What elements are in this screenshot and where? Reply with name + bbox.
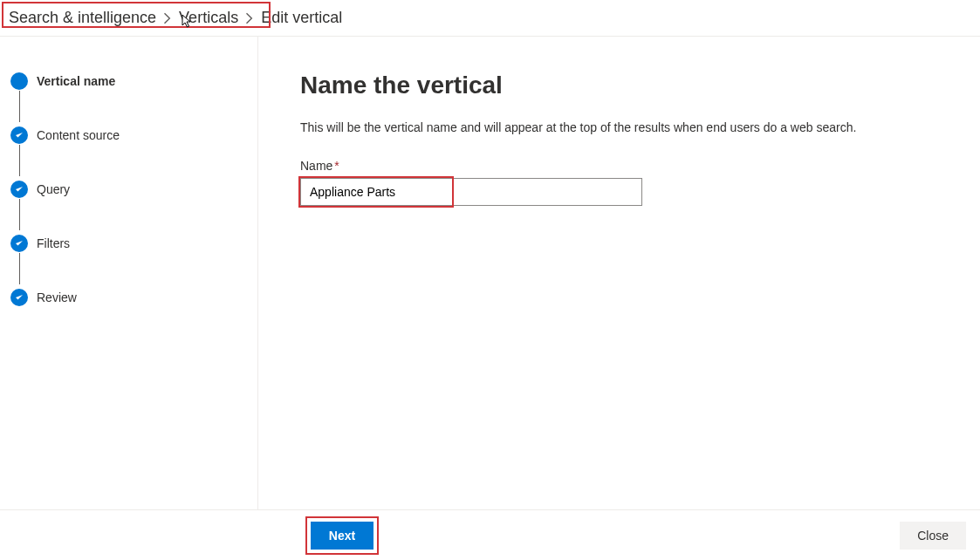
- breadcrumb-item-verticals[interactable]: Verticals: [179, 9, 238, 27]
- step-content-source[interactable]: Content source: [10, 126, 249, 145]
- step-label: Review: [37, 290, 77, 304]
- checkmark-icon: [10, 126, 28, 144]
- step-review[interactable]: Review: [10, 288, 249, 307]
- wizard-footer: Next Close: [0, 509, 980, 560]
- name-field-label: Name*: [300, 159, 938, 173]
- step-connector: [19, 253, 20, 284]
- close-button[interactable]: Close: [900, 522, 966, 550]
- description-text: This will be the vertical name and will …: [300, 120, 938, 134]
- checkmark-icon: [10, 289, 28, 306]
- step-filters[interactable]: Filters: [10, 234, 249, 253]
- breadcrumb-current: Edit vertical: [261, 9, 342, 27]
- step-query[interactable]: Query: [10, 180, 249, 199]
- checkmark-icon: [10, 235, 28, 252]
- step-label: Query: [37, 182, 70, 196]
- step-connector: [19, 91, 20, 122]
- step-label: Vertical name: [37, 74, 115, 88]
- step-connector: [19, 199, 20, 230]
- next-button[interactable]: Next: [311, 522, 373, 550]
- step-current-icon: [10, 72, 28, 90]
- chevron-right-icon: [163, 12, 172, 24]
- breadcrumb-item-search-intelligence[interactable]: Search & intelligence: [9, 9, 156, 27]
- step-vertical-name[interactable]: Vertical name: [10, 72, 249, 91]
- checkmark-icon: [10, 181, 28, 198]
- step-connector: [19, 145, 20, 176]
- name-input[interactable]: [300, 178, 642, 206]
- name-label-text: Name: [300, 159, 332, 173]
- wizard-steps-sidebar: Vertical name Content source Query Filte…: [0, 37, 258, 509]
- step-label: Filters: [37, 236, 70, 250]
- chevron-right-icon: [245, 12, 254, 24]
- step-label: Content source: [37, 128, 120, 142]
- required-asterisk: *: [334, 159, 339, 173]
- breadcrumb: Search & intelligence Verticals Edit ver…: [0, 0, 980, 37]
- page-title: Name the vertical: [300, 72, 938, 99]
- main-content: Name the vertical This will be the verti…: [258, 37, 980, 509]
